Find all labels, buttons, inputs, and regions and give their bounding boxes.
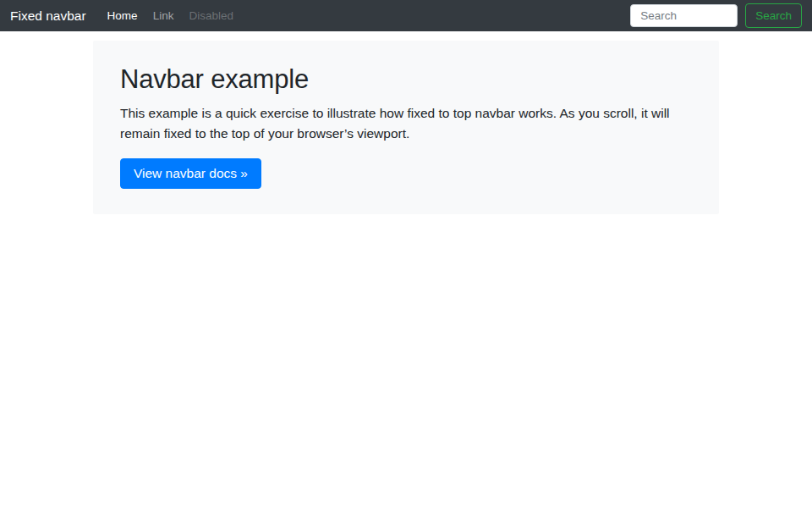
navbar-nav: Home Link Disabled xyxy=(100,3,631,29)
main-content: Navbar example This example is a quick e… xyxy=(0,0,812,214)
jumbotron: Navbar example This example is a quick e… xyxy=(93,41,719,214)
search-form: Search xyxy=(630,3,802,28)
navbar-brand[interactable]: Fixed navbar xyxy=(10,8,86,24)
search-button[interactable]: Search xyxy=(745,3,802,28)
top-navbar: Fixed navbar Home Link Disabled Search xyxy=(0,0,812,31)
jumbotron-description: This example is a quick exercise to illu… xyxy=(120,103,692,144)
nav-item-home[interactable]: Home xyxy=(100,3,145,29)
nav-item-disabled: Disabled xyxy=(181,3,241,29)
view-navbar-docs-button[interactable]: View navbar docs » xyxy=(120,158,261,189)
nav-item-link[interactable]: Link xyxy=(145,3,182,29)
search-input[interactable] xyxy=(630,4,738,27)
page-title: Navbar example xyxy=(120,64,692,95)
